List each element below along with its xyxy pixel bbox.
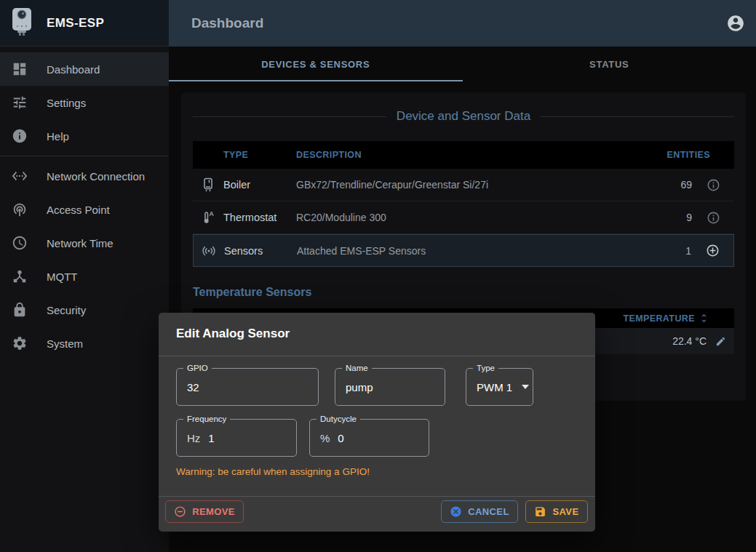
page-title: Dashboard (191, 15, 263, 31)
edit-pencil-icon[interactable] (715, 336, 726, 347)
save-button[interactable]: SAVE (525, 500, 588, 523)
sidebar-item-help[interactable]: Help (0, 119, 169, 153)
cancel-button-label: CANCEL (468, 506, 509, 517)
dutycycle-field-value: 0 (338, 432, 343, 444)
tune-icon (11, 94, 28, 111)
sidebar-item-access-point[interactable]: Access Point (0, 193, 169, 226)
sidebar-item-label: System (47, 337, 83, 350)
device-type: Thermostat (223, 212, 296, 223)
sidebar: EMS-ESP Dashboard Settings Help (0, 0, 169, 552)
thermostat-auto-icon: A (193, 209, 223, 225)
device-entities-count: 1 (648, 245, 691, 257)
sidebar-item-label: Help (47, 130, 69, 143)
sort-icon (699, 313, 709, 324)
sidebar-item-label: Dashboard (47, 63, 100, 76)
boiler-icon (193, 177, 223, 193)
temperature-sensors-heading: Temperature Sensors (193, 286, 311, 299)
ems-esp-logo-icon (9, 7, 34, 39)
device-entities-count: 9 (648, 212, 692, 223)
dutycycle-unit-adornment: % (320, 432, 330, 444)
dutycycle-field[interactable]: Dutycycle % 0 (309, 419, 429, 457)
sidebar-item-network-connection[interactable]: Network Connection (0, 159, 169, 193)
sidebar-item-dashboard[interactable]: Dashboard (0, 52, 169, 86)
chevron-down-icon (522, 385, 529, 389)
name-field[interactable]: Name pump (335, 368, 445, 406)
sidebar-item-label: Access Point (47, 204, 110, 216)
remove-button[interactable]: REMOVE (165, 500, 244, 523)
tab-bar: DEVICES & SENSORS STATUS (169, 47, 756, 81)
info-icon[interactable] (692, 211, 734, 225)
appbar: Dashboard (169, 0, 756, 47)
edit-analog-sensor-dialog: Edit Analog Sensor GPIO 32 Name pump Typ… (159, 313, 595, 532)
col-header-description: DESCRIPTION (296, 150, 648, 160)
dashboard-icon (11, 60, 28, 78)
add-circle-icon[interactable] (691, 244, 733, 257)
svg-text:A: A (209, 210, 214, 217)
sidebar-header: EMS-ESP (0, 0, 169, 47)
sidebar-divider (0, 156, 169, 156)
gpio-warning-text: Warning: be careful when assigning a GPI… (176, 466, 370, 477)
sidebar-item-label: Security (47, 304, 86, 316)
gpio-field-value: 32 (187, 381, 199, 393)
sidebar-item-mqtt[interactable]: MQTT (0, 260, 169, 293)
account-circle-icon[interactable] (726, 14, 745, 33)
remove-circle-icon (174, 505, 186, 518)
sidebar-item-label: Network Time (47, 237, 114, 249)
sidebar-item-system[interactable]: System (0, 327, 169, 360)
temperature-header-label: TEMPERATURE (623, 313, 695, 324)
info-icon[interactable] (692, 178, 734, 192)
sidebar-item-label: Network Connection (47, 170, 145, 183)
table-row-thermostat[interactable]: A Thermostat RC20/Moduline 300 9 (193, 201, 734, 234)
save-button-label: SAVE (552, 506, 578, 517)
type-select-value: PWM 1 (477, 381, 512, 393)
dialog-title: Edit Analog Sensor (176, 327, 290, 341)
gear-icon (11, 335, 28, 352)
app-title: EMS-ESP (47, 16, 104, 31)
col-header-type: TYPE (223, 150, 296, 160)
clock-icon (11, 234, 28, 252)
tab-devices-sensors[interactable]: DEVICES & SENSORS (169, 47, 463, 81)
sidebar-item-network-time[interactable]: Network Time (0, 226, 169, 260)
device-description: GBx72/Trendline/Cerapur/Greenstar Si/27i (296, 179, 648, 191)
name-field-value: pump (346, 381, 373, 393)
ethernet-icon (11, 167, 28, 185)
sidebar-item-label: MQTT (47, 271, 78, 283)
device-description: Attached EMS-ESP Sensors (297, 245, 648, 257)
device-table: TYPE DESCRIPTION ENTITIES Boiler GB (193, 141, 734, 267)
dialog-footer-divider (159, 496, 595, 497)
table-row-sensors[interactable]: Sensors Attached EMS-ESP Sensors 1 (193, 234, 734, 267)
wifi-tethering-icon (11, 201, 28, 218)
info-icon (11, 127, 28, 145)
device-type: Boiler (223, 179, 296, 191)
device-table-header: TYPE DESCRIPTION ENTITIES (193, 141, 734, 169)
device-entities-count: 69 (648, 179, 692, 191)
table-row-boiler[interactable]: Boiler GBx72/Trendline/Cerapur/Greenstar… (193, 169, 734, 201)
device-description: RC20/Moduline 300 (296, 212, 648, 223)
temperature-value: 22.4 °C (672, 335, 707, 347)
save-floppy-icon (534, 505, 546, 518)
sidebar-nav: Dashboard Settings Help Network Connecti (0, 47, 169, 360)
cancel-button[interactable]: CANCEL (441, 500, 518, 523)
section-title: Device and Sensor Data (193, 109, 734, 124)
cancel-circle-icon (450, 505, 462, 518)
dialog-divider (159, 356, 595, 356)
frequency-unit-adornment: Hz (187, 432, 200, 444)
sidebar-item-settings[interactable]: Settings (0, 86, 169, 119)
gpio-field[interactable]: GPIO 32 (176, 368, 319, 406)
col-header-entities: ENTITIES (648, 150, 734, 160)
section-title-text: Device and Sensor Data (397, 109, 530, 124)
sidebar-item-security[interactable]: Security (0, 293, 169, 327)
tab-status[interactable]: STATUS (463, 47, 756, 81)
sensors-icon (194, 243, 224, 259)
type-select[interactable]: Type PWM 1 (466, 368, 533, 406)
lock-icon (11, 301, 28, 319)
frequency-field-value: 1 (208, 432, 214, 444)
ems-esp-app: EMS-ESP Dashboard Settings Help (0, 0, 756, 552)
remove-button-label: REMOVE (192, 506, 235, 517)
device-hub-icon (11, 268, 28, 285)
sidebar-item-label: Settings (47, 97, 86, 109)
device-type: Sensors (224, 245, 297, 257)
frequency-field[interactable]: Frequency Hz 1 (176, 419, 297, 457)
